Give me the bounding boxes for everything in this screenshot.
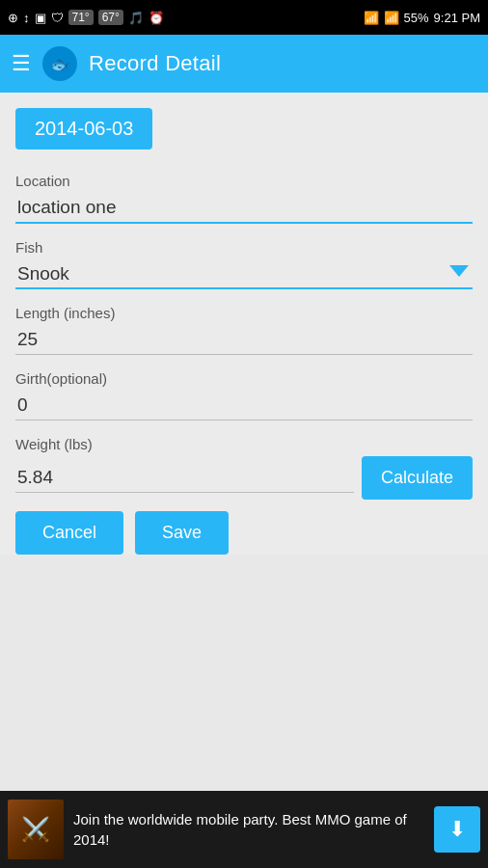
temp2-badge: 67° <box>98 10 123 25</box>
status-bar: ⊕ ↕ ▣ 🛡 71° 67° 🎵 ⏰ 📶 📶 55% 9:21 PM <box>0 0 488 35</box>
wifi-icon: 📶 <box>364 11 379 25</box>
bluetooth-icon: 🎵 <box>128 11 144 25</box>
app-logo: 🐟 <box>42 46 77 81</box>
ad-text-block: Join the worldwide mobile party. Best MM… <box>73 809 424 850</box>
girth-input[interactable] <box>15 391 473 420</box>
status-right-icons: 📶 📶 55% 9:21 PM <box>364 11 480 25</box>
weight-input[interactable] <box>15 463 354 493</box>
status-left-icons: ⊕ ↕ ▣ 🛡 71° 67° 🎵 ⏰ <box>8 10 164 25</box>
fish-select-wrapper: Snook Bass Trout Redfish <box>15 259 473 297</box>
hamburger-menu-icon[interactable]: ☰ <box>12 51 31 76</box>
action-buttons-row: Cancel Save <box>15 511 473 555</box>
length-input[interactable] <box>15 325 473 355</box>
ad-image: ⚔️ <box>8 800 64 859</box>
fish-logo-icon: 🐟 <box>50 55 69 73</box>
battery-text: 55% <box>404 11 429 25</box>
girth-label: Girth(optional) <box>15 370 473 387</box>
ad-banner: ⚔️ Join the worldwide mobile party. Best… <box>0 791 488 868</box>
temp1-badge: 71° <box>68 10 94 25</box>
app-bar: ☰ 🐟 Record Detail <box>0 35 488 93</box>
save-button[interactable]: Save <box>135 511 229 555</box>
calculate-button[interactable]: Calculate <box>362 456 473 500</box>
photo-icon: ▣ <box>35 11 46 25</box>
page-title: Record Detail <box>89 51 221 76</box>
signal-icon: 📶 <box>384 11 399 25</box>
sync-icon: ↕ <box>23 11 30 25</box>
ad-download-button[interactable]: ⬇ <box>434 806 480 853</box>
weight-row: Calculate <box>15 456 473 500</box>
date-button[interactable]: 2014-06-03 <box>15 108 152 149</box>
weight-label: Weight (lbs) <box>15 436 473 452</box>
location-input[interactable] <box>15 193 473 224</box>
shield-icon: 🛡 <box>51 11 64 25</box>
length-label: Length (inches) <box>15 305 473 321</box>
main-content: 2014-06-03 Location Fish Snook Bass Trou… <box>0 93 488 555</box>
download-icon: ⬇ <box>448 817 466 842</box>
fish-label: Fish <box>15 239 473 256</box>
location-label: Location <box>15 173 473 189</box>
usb-icon: ⊕ <box>8 11 18 25</box>
time-display: 9:21 PM <box>434 11 480 25</box>
alarm-icon: ⏰ <box>149 11 164 25</box>
fish-select[interactable]: Snook Bass Trout Redfish <box>15 259 473 289</box>
ad-text: Join the worldwide mobile party. Best MM… <box>73 811 407 848</box>
cancel-button[interactable]: Cancel <box>15 511 123 555</box>
